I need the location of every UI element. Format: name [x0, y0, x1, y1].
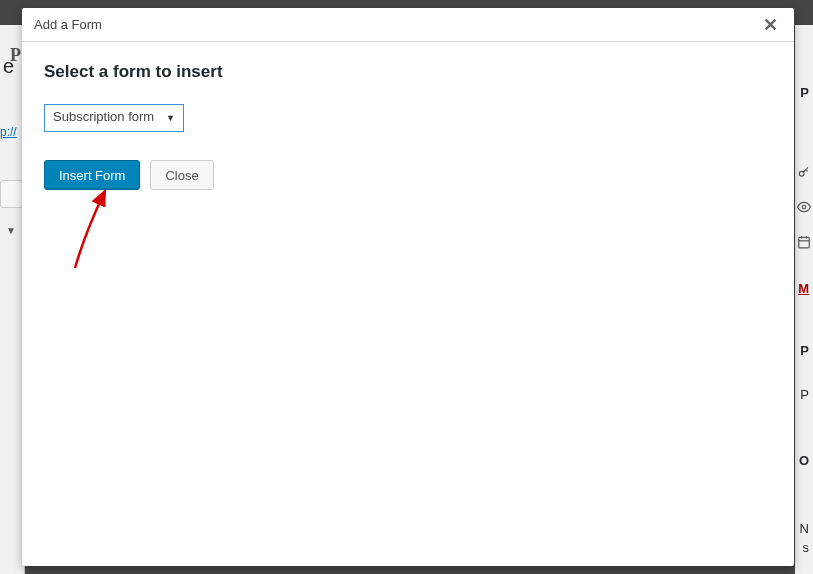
bg-text: O — [799, 453, 809, 468]
close-button[interactable]: Close — [150, 160, 213, 190]
bg-text: M — [798, 281, 809, 296]
modal-body: Select a form to insert Subscription for… — [22, 42, 794, 210]
svg-point-1 — [802, 205, 806, 209]
add-form-modal: Add a Form ✕ Select a form to insert Sub… — [22, 8, 794, 566]
calendar-icon — [797, 235, 811, 252]
bg-text: P — [800, 343, 809, 358]
form-select-dropdown[interactable]: Subscription form — [44, 104, 184, 132]
modal-title: Add a Form — [34, 17, 102, 32]
bg-text: N — [800, 521, 809, 536]
bg-link-fragment: p:// — [0, 125, 17, 139]
insert-form-button[interactable]: Insert Form — [44, 160, 140, 190]
bg-text: P — [10, 45, 21, 66]
select-form-heading: Select a form to insert — [44, 62, 772, 82]
bg-text: P — [800, 85, 809, 100]
background-right-strip: P M P P O N s — [795, 25, 813, 574]
bg-button-fragment — [0, 180, 24, 208]
bg-text: P — [800, 387, 809, 402]
eye-icon — [797, 200, 811, 217]
svg-rect-2 — [799, 237, 810, 248]
bg-chevron: ▼ — [6, 225, 16, 236]
key-icon — [797, 165, 811, 182]
modal-header: Add a Form ✕ — [22, 8, 794, 42]
bg-text: s — [803, 540, 810, 555]
button-row: Insert Form Close — [44, 160, 772, 190]
close-icon[interactable]: ✕ — [759, 12, 782, 38]
form-select-value: Subscription form — [53, 109, 154, 124]
